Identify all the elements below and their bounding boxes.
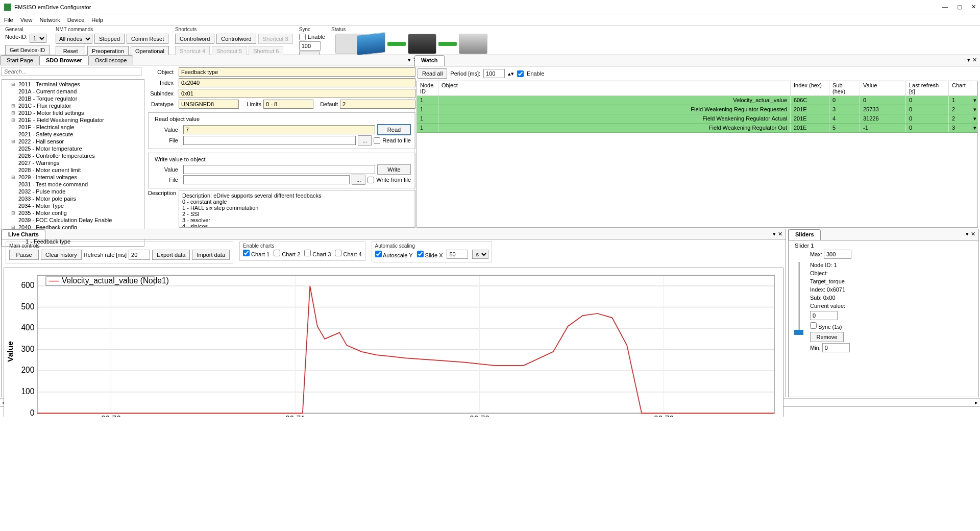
tree-item[interactable]: 201F - Electrical angle bbox=[2, 124, 144, 131]
datatype-field[interactable] bbox=[179, 100, 239, 109]
slide-x-input[interactable] bbox=[447, 250, 468, 259]
tree-item[interactable]: 201B - Torque regulator bbox=[2, 95, 144, 102]
tree-item[interactable]: 2026 - Controller temperatures bbox=[2, 152, 144, 159]
slider-max-input[interactable] bbox=[824, 250, 851, 259]
slider-min-input[interactable] bbox=[822, 343, 850, 352]
shortcut3-button[interactable]: Shortcut 3 bbox=[258, 34, 293, 44]
tab-oscilloscope[interactable]: Oscilloscope bbox=[88, 55, 133, 65]
menu-file[interactable]: File bbox=[4, 17, 13, 23]
tree-search-input[interactable] bbox=[2, 67, 141, 76]
menu-network[interactable]: Network bbox=[39, 17, 60, 23]
chart1-checkbox[interactable] bbox=[243, 250, 250, 256]
write-from-file-checkbox[interactable] bbox=[368, 177, 374, 183]
sync-enable-checkbox[interactable] bbox=[299, 34, 306, 40]
chart4-checkbox[interactable] bbox=[335, 250, 341, 256]
tree-item[interactable]: 2034 - Motor Type bbox=[2, 202, 144, 209]
write-file-field[interactable] bbox=[183, 175, 350, 184]
slider-remove-button[interactable]: Remove bbox=[810, 332, 844, 342]
tree-item[interactable]: 2031 - Test mode command bbox=[2, 181, 144, 188]
nmt-target-select[interactable]: All nodes bbox=[56, 34, 92, 44]
controlword-button-1[interactable]: Controlword bbox=[175, 34, 214, 44]
read-file-field[interactable] bbox=[183, 136, 356, 145]
pane-close-icon[interactable]: ✕ bbox=[971, 231, 975, 238]
tree-item[interactable]: ⊞2035 - Motor config bbox=[2, 209, 144, 216]
tree-item[interactable]: 2021 - Safety execute bbox=[2, 131, 144, 138]
tree-item[interactable]: 2033 - Motor pole pairs bbox=[2, 195, 144, 202]
tree-item[interactable]: 2025 - Motor temperature bbox=[2, 145, 144, 152]
tree-item[interactable]: ⊞201E - Field Weakening Regulator bbox=[2, 116, 144, 124]
tree-item[interactable]: 2032 - Pulse mode bbox=[2, 188, 144, 195]
chart-area[interactable]: 010020030040050060020,7020,7120,7220,732… bbox=[4, 268, 783, 417]
watch-row[interactable]: 1Field Weakening Regulator Actual201E431… bbox=[417, 114, 977, 124]
watch-row[interactable]: 1Field Weakening Regulator Requested201E… bbox=[417, 105, 977, 114]
tab-sdo-browser[interactable]: SDO Browser bbox=[39, 55, 89, 65]
export-data-button[interactable]: Export data bbox=[152, 250, 190, 260]
slider-track[interactable] bbox=[798, 262, 800, 333]
dropdown-icon[interactable]: ▾ bbox=[966, 231, 969, 238]
tab-watch[interactable]: Watch bbox=[414, 55, 445, 66]
menu-view[interactable]: View bbox=[20, 17, 33, 23]
tree-item[interactable]: ⊞201C - Flux regulator bbox=[2, 102, 144, 109]
comm-reset-button[interactable]: Comm Reset bbox=[127, 34, 168, 44]
object-tree[interactable]: ⊞2011 - Terminal Voltages201A - Current … bbox=[2, 79, 144, 247]
maximize-icon[interactable]: ▢ bbox=[957, 4, 962, 10]
object-field[interactable] bbox=[179, 67, 415, 77]
shortcut4-button[interactable]: Shortcut 4 bbox=[175, 46, 210, 56]
get-device-id-button[interactable]: Get Device-ID bbox=[5, 45, 50, 55]
slider-current-input[interactable] bbox=[810, 311, 838, 320]
subindex-field[interactable] bbox=[179, 89, 415, 98]
read-all-button[interactable]: Read all bbox=[418, 68, 447, 79]
spinner-icon[interactable]: ▴▾ bbox=[508, 70, 514, 77]
import-data-button[interactable]: Import data bbox=[192, 250, 230, 260]
tree-item[interactable]: 201A - Current demand bbox=[2, 88, 144, 95]
shortcut5-button[interactable]: Shortcut 5 bbox=[212, 46, 247, 56]
watch-period-input[interactable] bbox=[483, 69, 505, 78]
sync-period-input[interactable] bbox=[299, 41, 321, 51]
operational-button[interactable]: Operational bbox=[131, 46, 169, 56]
tab-live-charts[interactable]: Live Charts bbox=[2, 229, 45, 239]
pane-close-icon[interactable]: ✕ bbox=[972, 57, 977, 64]
minimize-icon[interactable]: — bbox=[942, 4, 948, 10]
controlword-button-2[interactable]: Controlword bbox=[216, 34, 256, 44]
menu-device[interactable]: Device bbox=[67, 17, 85, 23]
index-field[interactable] bbox=[179, 78, 415, 87]
tree-item[interactable]: 2027 - Warnings bbox=[2, 159, 144, 166]
tree-item[interactable]: 2028 - Motor current limit bbox=[2, 166, 144, 174]
tree-item[interactable]: ⊞2029 - Internal voltages bbox=[2, 174, 144, 181]
default-field[interactable] bbox=[340, 100, 415, 109]
limits-field[interactable] bbox=[263, 100, 313, 109]
watch-enable-checkbox[interactable] bbox=[517, 70, 524, 77]
shortcut6-button[interactable]: Shortcut 6 bbox=[249, 46, 283, 56]
reset-button[interactable]: Reset bbox=[56, 46, 85, 56]
pane-close-icon[interactable]: ✕ bbox=[778, 231, 782, 237]
slider-sync-checkbox[interactable] bbox=[810, 322, 817, 329]
autoscale-y-checkbox[interactable] bbox=[375, 251, 382, 257]
read-button[interactable]: Read bbox=[377, 124, 411, 135]
clear-history-button[interactable]: Clear history bbox=[41, 250, 82, 260]
tree-item[interactable]: ⊞201D - Motor field settings bbox=[2, 109, 144, 116]
watch-row[interactable]: 1Velocity_actual_value606C0001▾ bbox=[417, 96, 977, 105]
tree-item[interactable]: ⊞2011 - Terminal Voltages bbox=[2, 81, 144, 88]
tree-item[interactable]: 2039 - FOC Calculation Delay Enable bbox=[2, 216, 144, 224]
stopped-button[interactable]: Stopped bbox=[94, 34, 125, 44]
chart3-checkbox[interactable] bbox=[304, 250, 311, 256]
watch-row[interactable]: 1Field Weakening Regulator Out201E5-103▾ bbox=[417, 124, 977, 133]
preoperation-button[interactable]: Preoperation bbox=[87, 46, 129, 56]
write-button[interactable]: Write bbox=[377, 164, 411, 175]
dropdown-icon[interactable]: ▾ bbox=[408, 57, 411, 63]
refresh-rate-input[interactable] bbox=[129, 250, 150, 260]
nodeid-select[interactable]: 1 bbox=[30, 34, 46, 43]
tab-sliders[interactable]: Sliders bbox=[789, 229, 821, 240]
tree-item[interactable]: ⊞2022 - Hall sensor bbox=[2, 138, 144, 145]
pause-button[interactable]: Pause bbox=[9, 250, 39, 260]
slide-x-checkbox[interactable] bbox=[417, 251, 424, 257]
slider-thumb-icon[interactable] bbox=[794, 330, 803, 335]
tab-start-page[interactable]: Start Page bbox=[0, 55, 40, 65]
dropdown-icon[interactable]: ▾ bbox=[773, 231, 776, 237]
chart2-checkbox[interactable] bbox=[274, 250, 280, 256]
browse-read-button[interactable]: ... bbox=[358, 135, 372, 146]
read-to-file-checkbox[interactable] bbox=[374, 137, 380, 144]
dropdown-icon[interactable]: ▾ bbox=[967, 57, 970, 64]
write-value-field[interactable] bbox=[183, 165, 375, 174]
slide-x-unit-select[interactable]: s bbox=[472, 250, 488, 259]
